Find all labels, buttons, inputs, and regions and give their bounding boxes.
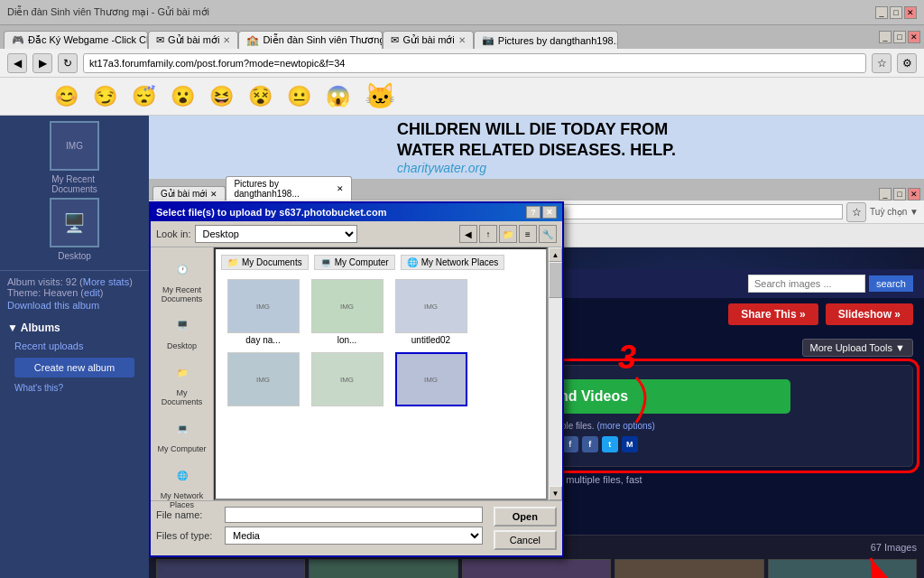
dialog-scrollbar[interactable]: ▲ ▼ bbox=[548, 247, 562, 500]
file-name-dayna: day na... bbox=[245, 335, 280, 345]
theme-edit-link[interactable]: edit bbox=[84, 287, 100, 298]
album-visits: Album visits: 92 (More stats) bbox=[7, 276, 142, 287]
settings-button[interactable]: ⚙ bbox=[897, 53, 917, 73]
download-album-link[interactable]: Download this album bbox=[7, 300, 142, 311]
whats-this-link[interactable]: What's this? bbox=[7, 381, 142, 395]
dialog-lookin-label: Look in: bbox=[156, 228, 191, 239]
address-bar[interactable] bbox=[83, 53, 866, 73]
dialog-close-button[interactable]: ✕ bbox=[542, 206, 557, 219]
dialog-action-buttons: Open Cancel bbox=[494, 507, 557, 550]
slideshow-button[interactable]: Slideshow » bbox=[826, 303, 913, 325]
dialog-help-button[interactable]: ? bbox=[526, 206, 541, 219]
file-item-dayna[interactable]: IMG day na... bbox=[225, 279, 301, 345]
file-item-row2-3[interactable]: IMG bbox=[393, 352, 469, 408]
desktop-icon: 🖥️ bbox=[50, 198, 99, 247]
scroll-thumb[interactable] bbox=[549, 262, 562, 298]
tab-webgame[interactable]: 🎮 Đắc Ký Webgame -Click Ch... ✕ bbox=[4, 31, 148, 49]
inner-tab-guibai[interactable]: Gửi bài mới ✕ bbox=[152, 186, 226, 200]
scroll-down-button[interactable]: ▼ bbox=[549, 486, 562, 500]
star-button[interactable]: ☆ bbox=[872, 53, 892, 73]
file-item-untitled02[interactable]: IMG untitled02 bbox=[393, 279, 469, 345]
file-thumb-lon: IMG bbox=[311, 279, 383, 333]
myspace2-icon[interactable]: M bbox=[622, 436, 638, 452]
inner-tab-bar: Gửi bài mới ✕ Pictures by dangthanh198..… bbox=[149, 179, 924, 200]
tab-pictures[interactable]: 📷 Pictures by dangthanh198... ✕ bbox=[474, 31, 618, 49]
maximize-button[interactable]: □ bbox=[890, 6, 902, 19]
shortcut-desktop[interactable]: 🖥️ Desktop bbox=[154, 307, 209, 354]
browser-minimize[interactable]: _ bbox=[879, 31, 892, 43]
file-name-untitled02: untitled02 bbox=[411, 335, 450, 345]
tab-dien-dan[interactable]: 🏫 Diễn đàn Sinh viên Thương m... ✕ bbox=[238, 31, 383, 49]
my-network-item[interactable]: 🌐 My Network Places bbox=[401, 255, 505, 270]
my-documents-item[interactable]: 📁 My Documents bbox=[221, 255, 309, 270]
inner-restore[interactable]: □ bbox=[893, 188, 906, 200]
share-button[interactable]: Share This » bbox=[728, 303, 818, 325]
cancel-button[interactable]: Cancel bbox=[494, 530, 557, 550]
tab-pictures-label: Pictures by dangthanh198... bbox=[498, 35, 618, 46]
file-item-row2-1[interactable]: IMG bbox=[225, 352, 301, 408]
banner-site[interactable]: charitywater.org bbox=[397, 161, 676, 175]
recent-uploads-link[interactable]: Recent uploads bbox=[7, 338, 142, 354]
thumb-img-1 bbox=[157, 560, 304, 578]
shortcut-my-computer[interactable]: 💻 My Computer bbox=[154, 410, 209, 457]
shortcut-recent[interactable]: 🕐 My RecentDocuments bbox=[154, 251, 209, 307]
more-upload-tools-button[interactable]: More Upload Tools ▼ bbox=[802, 339, 913, 357]
filetype-select[interactable]: Media bbox=[225, 527, 483, 545]
tab-guibaimoi1-close[interactable]: ✕ bbox=[223, 35, 230, 45]
more-stats-link[interactable]: More stats bbox=[83, 276, 129, 287]
facebook-icon[interactable]: f bbox=[562, 436, 578, 452]
shortcut-network[interactable]: 🌐 My NetworkPlaces bbox=[154, 457, 209, 513]
theme-info: Theme: Heaven (edit) bbox=[7, 287, 142, 298]
scroll-up-button[interactable]: ▲ bbox=[549, 247, 562, 262]
file-item-row2-2[interactable]: IMG bbox=[309, 352, 385, 408]
browser-close[interactable]: ✕ bbox=[908, 31, 920, 43]
sidebar-nav-recent-docs: My RecentDocuments bbox=[51, 174, 97, 194]
create-album-button[interactable]: Create new album bbox=[14, 358, 134, 378]
minimize-button[interactable]: _ bbox=[875, 6, 888, 19]
forward-button[interactable]: ▶ bbox=[32, 53, 52, 73]
open-button[interactable]: Open bbox=[494, 507, 557, 527]
dialog-tools-button[interactable]: 🔧 bbox=[539, 225, 557, 243]
more-options-link[interactable]: (more options) bbox=[596, 421, 654, 431]
search-input[interactable] bbox=[748, 275, 865, 293]
inner-close[interactable]: ✕ bbox=[908, 188, 920, 200]
inner-minimize[interactable]: _ bbox=[879, 188, 892, 200]
sidebar: IMG My RecentDocuments 🖥️ Desktop Album … bbox=[0, 116, 149, 578]
tab-guibaimoi2-close[interactable]: ✕ bbox=[458, 35, 466, 45]
tab-guibaimoi2-favicon: ✉ bbox=[391, 34, 399, 46]
tab-webgame-favicon: 🎮 bbox=[12, 34, 24, 46]
inner-tab-pictures-close[interactable]: ✕ bbox=[337, 184, 344, 193]
inner-tab-pictures[interactable]: Pictures by dangthanh198... ✕ bbox=[226, 176, 352, 200]
main-content: IMG My RecentDocuments 🖥️ Desktop Album … bbox=[0, 116, 924, 578]
reload-button[interactable]: ↻ bbox=[58, 53, 78, 73]
inner-star[interactable]: ☆ bbox=[846, 202, 866, 222]
tab-webgame-label: Đắc Ký Webgame -Click Ch... bbox=[28, 34, 148, 46]
dialog-title: Select file(s) to upload by s637.photobu… bbox=[156, 207, 387, 218]
tab-guibaimoi1[interactable]: ✉ Gửi bài mới ✕ bbox=[148, 31, 238, 49]
nav-bar: ◀ ▶ ↻ ☆ ⚙ bbox=[0, 49, 924, 78]
filetype-row: Files of type: Media bbox=[156, 527, 483, 545]
myspace-icon[interactable]: f bbox=[582, 436, 598, 452]
back-button[interactable]: ◀ bbox=[7, 53, 27, 73]
dialog-up-button[interactable]: ↑ bbox=[479, 225, 497, 243]
filename-input[interactable] bbox=[225, 507, 483, 523]
emoji-3: 😴 bbox=[132, 85, 156, 108]
tab-guibaimoi2[interactable]: ✉ Gửi bài mới ✕ bbox=[383, 31, 473, 49]
tuy-chon[interactable]: Tuỳ chọn ▼ bbox=[870, 207, 919, 217]
browser-window: Diễn đàn Sinh viên Thương mại - Gửi bài … bbox=[0, 0, 924, 78]
album-thumb-2: click to add title edit | move | share |… bbox=[309, 559, 457, 578]
dialog-back-button[interactable]: ◀ bbox=[459, 225, 477, 243]
shortcut-my-docs[interactable]: 📁 My Documents bbox=[154, 354, 209, 410]
file-item-lon[interactable]: IMG lon... bbox=[309, 279, 385, 345]
browser-restore[interactable]: □ bbox=[893, 31, 906, 43]
twitter-icon[interactable]: t bbox=[602, 436, 618, 452]
search-button[interactable]: search bbox=[869, 275, 913, 292]
dialog-new-folder-button[interactable]: 📁 bbox=[499, 225, 517, 243]
close-button[interactable]: ✕ bbox=[904, 6, 917, 19]
tab-diendhan-favicon: 🏫 bbox=[246, 34, 259, 46]
dialog-lookin-select[interactable]: Desktop bbox=[195, 225, 357, 243]
my-computer-item[interactable]: 💻 My Computer bbox=[314, 255, 395, 270]
shortcut-row: 📁 My Documents 💻 My Computer 🌐 My Networ… bbox=[221, 255, 541, 270]
dialog-view-button[interactable]: ≡ bbox=[519, 225, 537, 243]
inner-tab-guibai-close[interactable]: ✕ bbox=[210, 190, 217, 199]
